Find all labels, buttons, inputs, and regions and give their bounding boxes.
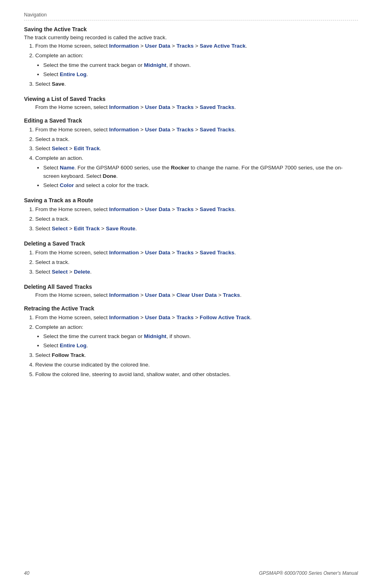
section-title: Retracing the Active Track	[24, 305, 358, 312]
bullet-item: Select the time the current track began …	[43, 332, 358, 341]
bullet-item: Select the time the current track began …	[43, 61, 358, 70]
step-item: Complete an action:Select the time the c…	[35, 323, 358, 350]
sections-container: Saving the Active TrackThe track current…	[24, 26, 358, 379]
bullet-item: Select Color and select a color for the …	[43, 181, 358, 190]
step-item: From the Home screen, select Information…	[35, 42, 358, 50]
section-title: Saving the Active Track	[24, 26, 358, 32]
section-deleting-all-saved-tracks: Deleting All Saved TracksFrom the Home s…	[24, 284, 358, 298]
steps-list: From the Home screen, select Information…	[35, 205, 358, 233]
section-title: Deleting a Saved Track	[24, 240, 358, 247]
section-desc: The track currently being recorded is ca…	[24, 34, 358, 40]
step-item: From the Home screen, select Information…	[35, 205, 358, 214]
bullet-item: Select Name. For the GPSMAP 6000 series,…	[43, 164, 358, 181]
step-item: From the Home screen, select Information…	[35, 314, 358, 322]
step-item: Select Save.	[35, 80, 358, 89]
step-item: Complete an action.Select Name. For the …	[35, 154, 358, 190]
section-title: Viewing a List of Saved Tracks	[24, 96, 358, 102]
section-retracing-active-track: Retracing the Active TrackFrom the Home …	[24, 305, 358, 379]
step-item: Select a track.	[35, 215, 358, 224]
page-content: Navigation Saving the Active TrackThe tr…	[0, 0, 382, 418]
step-item: Select Select > Edit Track.	[35, 145, 358, 153]
section-title: Editing a Saved Track	[24, 117, 358, 124]
steps-list: From the Home screen, select Information…	[35, 314, 358, 379]
step-item: Select Follow Track.	[35, 351, 358, 360]
step-item: From the Home screen, select Information…	[35, 249, 358, 257]
page-footer: 40 GPSMAP® 6000/7000 Series Owner's Manu…	[24, 570, 358, 576]
nav-breadcrumb: Navigation	[24, 12, 358, 20]
section-desc: From the Home screen, select Information…	[24, 292, 358, 298]
section-title: Saving a Track as a Route	[24, 197, 358, 203]
step-item: Complete an action:Select the time the c…	[35, 52, 358, 79]
step-item: Review the course indicated by the color…	[35, 361, 358, 369]
section-editing-saved-track: Editing a Saved TrackFrom the Home scree…	[24, 117, 358, 190]
step-item: Select a track.	[35, 135, 358, 144]
step-item: Select a track.	[35, 258, 358, 267]
step-item: Follow the colored line, steering to avo…	[35, 371, 358, 379]
section-viewing-saved-tracks: Viewing a List of Saved TracksFrom the H…	[24, 96, 358, 110]
step-item: From the Home screen, select Information…	[35, 126, 358, 134]
steps-list: From the Home screen, select Information…	[35, 249, 358, 276]
step-item: Select Select > Delete.	[35, 268, 358, 276]
manual-title: GPSMAP® 6000/7000 Series Owner's Manual	[259, 570, 358, 576]
section-saving-track-as-route: Saving a Track as a RouteFrom the Home s…	[24, 197, 358, 233]
steps-list: From the Home screen, select Information…	[35, 126, 358, 190]
step-item: Select Select > Edit Track > Save Route.	[35, 225, 358, 233]
section-saving-active-track: Saving the Active TrackThe track current…	[24, 26, 358, 89]
steps-list: From the Home screen, select Information…	[35, 42, 358, 89]
page-number: 40	[24, 570, 29, 576]
bullet-item: Select Entire Log.	[43, 70, 358, 79]
section-title: Deleting All Saved Tracks	[24, 284, 358, 290]
bullet-item: Select Entire Log.	[43, 342, 358, 350]
section-deleting-saved-track: Deleting a Saved TrackFrom the Home scre…	[24, 240, 358, 276]
section-desc: From the Home screen, select Information…	[24, 104, 358, 110]
